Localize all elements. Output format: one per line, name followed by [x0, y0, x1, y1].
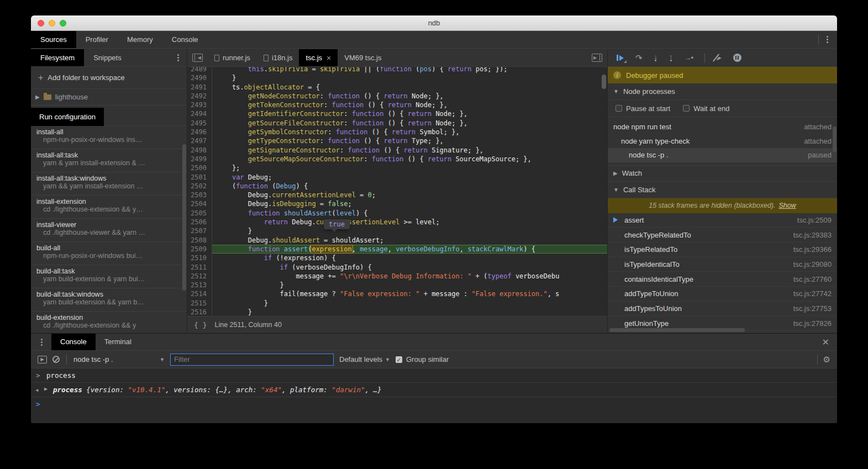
- execution-context-select[interactable]: node tsc -p . ▼: [73, 355, 165, 363]
- code-line[interactable]: 2489 this.skipTrivia = skipTrivia || (fu…: [187, 67, 607, 73]
- step-over-icon[interactable]: ↷: [635, 55, 643, 61]
- code-line[interactable]: 2505 function shouldAssert(level) {: [187, 209, 607, 218]
- code-line[interactable]: 2506 return Debug.currentAssertionLevel …: [187, 218, 607, 226]
- code-line[interactable]: 2499 getSourceMapSourceConstructor: func…: [187, 155, 607, 164]
- editor-scrollbar[interactable]: [602, 75, 606, 89]
- file-tab-vm69-tsc-js[interactable]: VM69 tsc.js: [338, 49, 388, 66]
- tab-profiler[interactable]: Profiler: [76, 31, 118, 48]
- sidebar-more-icon[interactable]: [175, 52, 181, 64]
- code-line[interactable]: 2495 getSourceFileConstructor: function …: [187, 119, 607, 128]
- code-line[interactable]: 2507 }: [187, 226, 607, 235]
- code-line[interactable]: 2511 if (verboseDebugInfo) {: [187, 263, 607, 272]
- log-levels-select[interactable]: Default levels ▼: [339, 355, 390, 363]
- show-blackboxed-link[interactable]: Show: [779, 202, 796, 209]
- node-process-row[interactable]: node npm run testattached: [608, 120, 837, 134]
- code-line[interactable]: 2492 getNodeConstructor: function () { r…: [187, 92, 607, 101]
- call-stack-frame[interactable]: addTypesToUniontsc.js:27753: [608, 302, 837, 317]
- node-process-row[interactable]: node tsc -p .paused: [608, 148, 837, 162]
- drawer-more-icon[interactable]: [39, 336, 45, 348]
- chevron-right-icon[interactable]: ▶: [35, 94, 40, 100]
- console-result[interactable]: ◂▶process {version: "v10.4.1", versions:…: [31, 383, 837, 397]
- call-stack-frame[interactable]: checkTypeRelatedTotsc.js:29383: [608, 228, 837, 243]
- console-sidebar-icon[interactable]: ▶: [38, 356, 47, 363]
- more-options-icon[interactable]: [824, 34, 830, 45]
- call-stack-frame[interactable]: isTypeIdenticalTotsc.js:29080: [608, 257, 837, 272]
- code-line[interactable]: 2503 Debug.currentAssertionLevel = 0;: [187, 191, 607, 199]
- code-line[interactable]: 2502 (function (Debug) {: [187, 182, 607, 191]
- code-line[interactable]: 2498 getSignatureConstructor: function (…: [187, 146, 607, 155]
- step-icon[interactable]: →•: [685, 54, 693, 62]
- console-filter-input[interactable]: [170, 354, 334, 366]
- run-config-item[interactable]: install-viewercd ./lighthouse-viewer && …: [31, 219, 187, 242]
- code-line[interactable]: 2504 Debug.isDebugging = false;: [187, 199, 607, 208]
- expand-icon[interactable]: ▶: [44, 386, 48, 392]
- code-line[interactable]: 2514 fail(message ? "False expression: "…: [187, 289, 607, 298]
- run-config-item[interactable]: build-all:taskyarn build-extension & yar…: [31, 265, 187, 288]
- code-line[interactable]: 2512 message += "\r\nVerbose Debug Infor…: [187, 272, 607, 281]
- watch-section[interactable]: ▶ Watch: [608, 165, 837, 182]
- tab-run-configuration[interactable]: Run configuration: [31, 108, 104, 126]
- run-config-item[interactable]: build-allnpm-run-posix-or-windows bui…: [31, 242, 187, 265]
- console-prompt[interactable]: >: [31, 397, 837, 404]
- code-line[interactable]: 2490 }: [187, 73, 607, 82]
- tab-sources[interactable]: Sources: [31, 31, 76, 48]
- run-config-item[interactable]: build-extensioncd ./lighthouse-extension…: [31, 312, 187, 333]
- code-line[interactable]: 2516 }: [187, 308, 607, 316]
- step-into-icon[interactable]: ↓: [654, 55, 658, 61]
- sidebar-scrollbar[interactable]: [182, 144, 186, 291]
- console-command[interactable]: >process: [31, 368, 837, 383]
- debugger-panel-scrollbar[interactable]: [833, 127, 837, 152]
- workspace-folder-lighthouse[interactable]: ▶ lighthouse: [31, 89, 187, 106]
- code-line[interactable]: 2494 getIdentifierConstructor: function …: [187, 109, 607, 118]
- code-line[interactable]: 2515 }: [187, 299, 607, 308]
- node-process-row[interactable]: node yarn type-checkattached: [608, 134, 837, 149]
- code-line[interactable]: 2497 getTypeConstructor: function () { r…: [187, 136, 607, 145]
- execution-line[interactable]: 2509 function assert(expression, message…: [187, 245, 607, 254]
- console-output[interactable]: >process◂▶process {version: "v10.4.1", v…: [31, 368, 837, 423]
- code-line[interactable]: 2508 Debug.shouldAssert = shouldAssert;: [187, 236, 607, 245]
- code-line[interactable]: 2510 if (!expression) {: [187, 254, 607, 262]
- file-tab-tsc-js[interactable]: tsc.js×: [299, 49, 338, 66]
- clear-console-icon[interactable]: [52, 356, 60, 363]
- hide-navigator-icon[interactable]: ◀: [192, 54, 203, 62]
- close-tab-icon[interactable]: ×: [327, 54, 331, 62]
- code-line[interactable]: 2500 };: [187, 164, 607, 172]
- call-stack-section[interactable]: ▼ Call Stack: [608, 182, 837, 198]
- add-folder-button[interactable]: + Add folder to workspace: [31, 67, 187, 89]
- code-line[interactable]: 2501 var Debug;: [187, 173, 607, 182]
- run-config-item[interactable]: install-all:taskyarn & yarn install-exte…: [31, 149, 187, 172]
- resume-icon[interactable]: [617, 55, 624, 61]
- code-line[interactable]: 2513 }: [187, 281, 607, 289]
- step-out-icon[interactable]: ↑: [669, 55, 673, 61]
- tab-console[interactable]: Console: [51, 334, 96, 350]
- code-line[interactable]: 2493 getTokenConstructor: function () { …: [187, 101, 607, 109]
- pause-at-start-checkbox[interactable]: [616, 105, 622, 112]
- call-stack-frame[interactable]: containsIdenticalTypetsc.js:27760: [608, 272, 837, 287]
- code-editor[interactable]: 2489 this.skipTrivia = skipTrivia || (fu…: [187, 67, 607, 316]
- tab-memory[interactable]: Memory: [118, 31, 162, 48]
- tab-console[interactable]: Console: [162, 31, 208, 48]
- show-debugger-icon[interactable]: ▶: [592, 54, 602, 62]
- tab-filesystem[interactable]: Filesystem: [31, 49, 84, 66]
- wait-at-end-checkbox[interactable]: [683, 105, 690, 112]
- close-drawer-icon[interactable]: ✕: [822, 337, 829, 347]
- run-config-item[interactable]: build-all:task:windowsyarn build-extensi…: [31, 288, 187, 312]
- code-line[interactable]: 2496 getSymbolConstructor: function () {…: [187, 128, 607, 136]
- titlebar[interactable]: ndb: [31, 15, 837, 31]
- run-config-item[interactable]: install-all:task:windowsyarn && yarn ins…: [31, 172, 187, 196]
- console-settings-icon[interactable]: ⚙: [823, 355, 830, 365]
- file-tab-runner-js[interactable]: runner.js: [208, 49, 257, 66]
- tab-terminal[interactable]: Terminal: [96, 334, 140, 350]
- pause-on-exceptions-icon[interactable]: [733, 54, 741, 62]
- pretty-print-icon[interactable]: { }: [194, 321, 207, 329]
- code-line[interactable]: 2491 ts.objectAllocator = {: [187, 83, 607, 92]
- call-stack-frame[interactable]: asserttsc.js:2509: [608, 213, 837, 228]
- call-stack-frame[interactable]: isTypeRelatedTotsc.js:29366: [608, 243, 837, 257]
- tab-snippets[interactable]: Snippets: [84, 49, 131, 66]
- group-similar-option[interactable]: ✓ Group similar: [396, 355, 449, 363]
- node-processes-section[interactable]: ▼ Node processes: [608, 83, 837, 100]
- deactivate-breakpoints-icon[interactable]: ▶: [717, 54, 721, 61]
- file-tab-i18n-js[interactable]: i18n.js: [257, 49, 299, 66]
- call-stack-frame[interactable]: addTypeToUniontsc.js:27742: [608, 287, 837, 302]
- run-config-item[interactable]: install-extensioncd ./lighthouse-extensi…: [31, 196, 187, 219]
